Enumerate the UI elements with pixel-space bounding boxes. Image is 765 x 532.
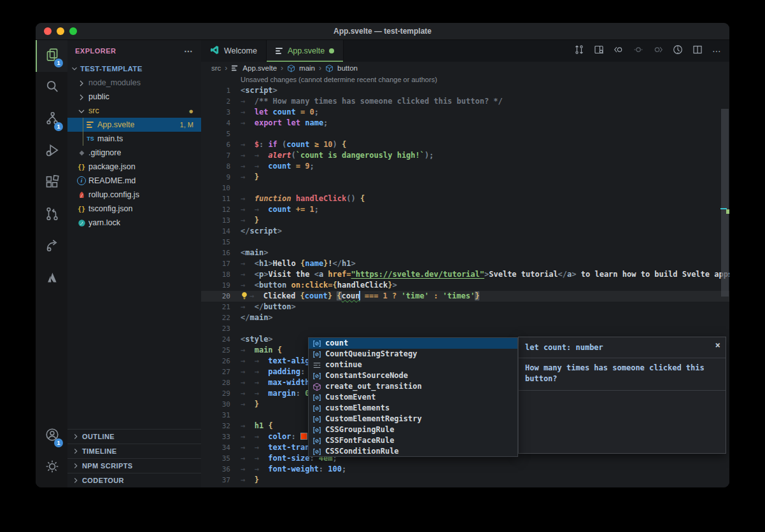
modified-dot-icon[interactable]	[329, 48, 334, 53]
file-row-README.md[interactable]: iREADME.md	[67, 174, 201, 188]
file-row-.gitignore[interactable]: .gitignore	[67, 146, 201, 160]
close-icon[interactable]: ×	[715, 340, 720, 351]
activity-github-pr[interactable]	[36, 199, 67, 231]
symbol-variable-icon	[312, 447, 322, 456]
tab-welcome[interactable]: Welcome	[201, 40, 267, 62]
activity-search[interactable]	[36, 72, 67, 104]
close-window-button[interactable]	[44, 27, 52, 35]
line-content: </main>	[241, 312, 273, 323]
tab-app-svelte[interactable]: App.svelte	[267, 40, 344, 62]
chevron-right-icon	[76, 92, 87, 101]
suggestion-count[interactable]: count	[309, 338, 517, 349]
file-row-main.ts[interactable]: TSmain.ts	[67, 132, 201, 146]
suggestion-create_out_transition[interactable]: create_out_transition	[309, 381, 517, 392]
activity-accounts[interactable]: 1	[36, 420, 67, 452]
tab-label: Welcome	[224, 46, 257, 55]
tour-forward-icon[interactable]	[653, 45, 663, 57]
extensions-icon	[45, 175, 59, 192]
line-number: 8	[201, 161, 241, 172]
breadcrumb-src[interactable]: src	[211, 64, 221, 72]
tab-label: App.svelte	[288, 46, 325, 55]
open-changes-icon[interactable]	[574, 45, 584, 57]
section-codetour[interactable]: CODETOUR	[67, 473, 201, 487]
line-number: 5	[201, 129, 241, 139]
folder-row-src[interactable]: src●	[67, 104, 201, 118]
code-line-10: 10	[201, 183, 729, 193]
color-swatch[interactable]	[301, 433, 307, 439]
section-timeline[interactable]: TIMELINE	[67, 444, 201, 458]
github-pr-icon	[45, 207, 59, 223]
file-row-rollup.config.js[interactable]: rollup.config.js	[67, 188, 201, 202]
breadcrumb-file[interactable]: App.svelte	[242, 64, 277, 72]
folder-row-public[interactable]: public	[67, 90, 201, 104]
code-line-5: 5	[201, 129, 729, 139]
sidebar-more-actions-icon[interactable]: ⋯	[184, 46, 193, 56]
suggestion-signature: let count: number	[519, 337, 726, 358]
suggestion-ConstantSourceNode[interactable]: ConstantSourceNode	[309, 370, 517, 381]
activity-settings[interactable]	[36, 452, 67, 484]
suggestion-label: CSSGroupingRule	[325, 424, 394, 435]
activity-live-share[interactable]	[36, 231, 67, 263]
suggestion-CountQueuingStrategy[interactable]: CountQueuingStrategy	[309, 349, 517, 360]
file-row-package.json[interactable]: {}package.json	[67, 160, 201, 174]
more-actions-icon[interactable]: ⋯	[712, 46, 722, 56]
file-row-App.svelte[interactable]: App.svelte1, M	[67, 118, 201, 132]
minimize-window-button[interactable]	[57, 27, 64, 35]
suggestion-customElements[interactable]: customElements	[309, 403, 517, 414]
code-line-14: 14</script>	[201, 226, 729, 237]
symbol-variable-icon	[312, 350, 322, 359]
section-outline[interactable]: OUTLINE	[67, 429, 201, 444]
section-npm-scripts[interactable]: NPM SCRIPTS	[67, 458, 201, 473]
folder-row-node_modules[interactable]: node_modules	[67, 76, 201, 90]
line-number: 35	[201, 453, 241, 464]
suggestion-CSSConditionRule[interactable]: CSSConditionRule	[309, 446, 517, 457]
tour-back-icon[interactable]	[614, 45, 624, 57]
open-preview-icon[interactable]	[594, 45, 604, 57]
suggestion-CSSFontFaceRule[interactable]: CSSFontFaceRule	[309, 435, 517, 446]
zoom-window-button[interactable]	[69, 27, 77, 35]
azure-icon	[45, 270, 59, 287]
code-line-19: 19→ <button on:click={handleClick}>	[201, 280, 729, 291]
code-line-4: 4→ export let name;	[201, 118, 729, 129]
lightbulb-icon[interactable]	[241, 291, 249, 300]
tour-current-icon[interactable]	[633, 45, 643, 57]
line-number: 31	[201, 410, 241, 421]
file-row-tsconfig.json[interactable]: {}tsconfig.json	[67, 202, 201, 216]
breadcrumb-button[interactable]: button	[337, 64, 358, 72]
suggestion-description: How many times has someone clicked this …	[519, 358, 726, 391]
line-content: → }	[241, 475, 259, 486]
code-editor[interactable]: Unsaved changes (cannot determine recent…	[201, 74, 729, 487]
line-number: 25	[201, 345, 241, 356]
activity-source-control[interactable]: 1	[36, 104, 67, 136]
file-row-yarn.lock[interactable]: yarn.lock	[67, 216, 201, 230]
activity-run-debug[interactable]	[36, 136, 67, 167]
suggestion-CSSGroupingRule[interactable]: CSSGroupingRule	[309, 424, 517, 435]
git-status-badge: 1, M	[180, 121, 201, 129]
split-editor-icon[interactable]	[692, 45, 703, 57]
code-line-21: 21→ </button>	[201, 302, 729, 312]
suggestion-CustomEvent[interactable]: CustomEvent	[309, 392, 517, 403]
code-line-13: 13→ }	[201, 215, 729, 226]
scrollbar-slider[interactable]	[721, 109, 729, 297]
code-line-2: 2→ /** How many times has someone clicke…	[201, 96, 729, 107]
tree-root-folder[interactable]: TEST-TEMPLATE	[67, 62, 201, 76]
chevron-right-icon	[71, 461, 80, 470]
line-content: → Clicked {count} {coun === 1 ? 'time' :…	[241, 291, 479, 302]
line-content: → h1 {	[241, 421, 273, 431]
symbol-cube-icon	[325, 64, 333, 73]
file-label: README.md	[88, 176, 136, 185]
line-number: 18	[201, 269, 241, 280]
codelens-annotation[interactable]: Unsaved changes (cannot determine recent…	[201, 74, 729, 85]
timeline-icon[interactable]	[673, 45, 683, 57]
code-line-11: 11→ function handleClick() {	[201, 193, 729, 204]
code-line-8: 8→ → count = 9;	[201, 161, 729, 172]
symbol-variable-icon	[312, 426, 322, 435]
line-number: 37	[201, 475, 241, 486]
suggestion-CustomElementRegistry[interactable]: CustomElementRegistry	[309, 414, 517, 424]
activity-explorer[interactable]: 1	[36, 40, 67, 72]
breadcrumb-main[interactable]: main	[299, 64, 315, 72]
activity-extensions[interactable]	[36, 167, 67, 199]
symbol-cube-icon	[287, 64, 295, 73]
activity-azure[interactable]	[36, 263, 67, 295]
suggestion-continue[interactable]: continue	[309, 360, 517, 370]
